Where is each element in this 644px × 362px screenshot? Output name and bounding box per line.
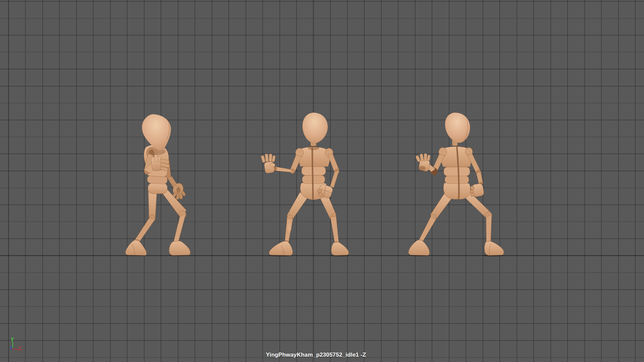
- x-axis-line: [13, 349, 22, 350]
- y-axis-label: y: [11, 336, 14, 341]
- 3d-viewport[interactable]: y z x YingPhwayKham_p2305752_idle1 -Z: [0, 0, 644, 362]
- figure-head: [142, 114, 171, 151]
- torso-center-seam: [312, 148, 313, 199]
- z-axis-label: z: [10, 345, 12, 350]
- x-axis-label: x: [18, 345, 21, 350]
- camera-name-label: YingPhwayKham_p2305752_idle1 -Z: [266, 352, 366, 358]
- thumb-up: [154, 155, 158, 162]
- mannequin-figure-front-view[interactable]: [261, 113, 349, 257]
- figure-head: [303, 113, 328, 143]
- mannequin-figure-back-view[interactable]: [408, 113, 504, 257]
- figure-head: [445, 113, 470, 143]
- axis-gizmo: y z x: [10, 336, 22, 350]
- mannequin-figure-side-view[interactable]: [125, 114, 191, 256]
- scene-canvas: y z x: [0, 0, 644, 362]
